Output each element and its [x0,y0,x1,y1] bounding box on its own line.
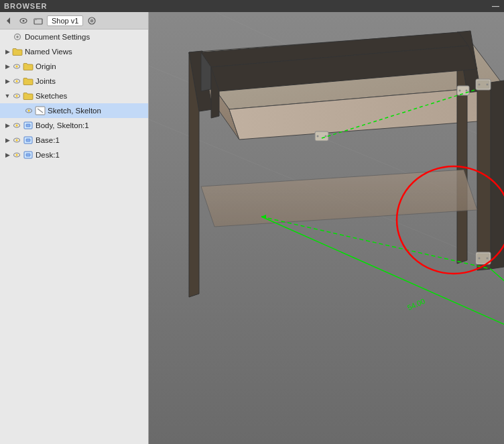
tree-item-label: Body, Skelton:1 [36,121,89,129]
svg-point-53 [459,90,461,92]
arrow-icon[interactable] [3,135,12,145]
close-icon[interactable]: — [492,2,500,10]
tree-item-base[interactable]: Base:1 [0,133,148,148]
tree-item-origin[interactable]: Origin [0,59,148,74]
tree-item-label: Origin [36,62,56,70]
svg-point-13 [16,95,18,97]
tree-item-desk[interactable]: Desk:1 [0,148,148,162]
visibility-toggle-icon[interactable] [12,76,21,86]
svg-point-51 [487,84,489,86]
viewport-3d[interactable]: 54.00 [149,12,504,444]
sketch-icon [35,106,46,115]
tree-item-sketch-skelton[interactable]: Sketch, Skelton [0,103,148,118]
folder-icon [12,47,23,56]
visibility-toggle-icon[interactable] [12,62,21,71]
svg-marker-42 [477,82,491,270]
arrow-icon[interactable] [3,76,12,86]
component-icon [23,135,34,145]
tree-item-sketches[interactable]: Sketches [0,89,148,103]
visibility-toggle-icon[interactable] [24,106,34,115]
arrow-icon[interactable] [3,62,12,71]
tree-item-label: Document Settings [25,33,90,41]
tree-item-label: Named Views [25,48,72,56]
svg-point-15 [28,110,30,112]
arrow-icon[interactable] [3,47,12,56]
folder-icon [23,62,34,71]
svg-point-23 [16,140,18,142]
svg-point-5 [90,19,94,22]
active-document-label[interactable]: Shop v1 [47,15,83,26]
svg-point-19 [16,125,18,127]
visibility-toggle-icon[interactable] [12,135,21,145]
folder-icon[interactable] [32,15,44,27]
svg-point-58 [487,258,489,260]
svg-point-7 [16,36,19,38]
browser-toolbar: Shop v1 [0,12,148,30]
svg-point-27 [16,154,18,156]
svg-point-57 [479,258,481,260]
gear-icon [12,32,23,42]
tree-item-label: Base:1 [36,136,60,144]
visibility-toggle-icon[interactable] [12,121,21,130]
record-icon[interactable] [86,15,98,27]
svg-point-50 [479,84,481,86]
sidebar-panel: Shop v1 Document SettingsNamed ViewsOrig… [0,12,149,444]
svg-point-54 [466,90,468,92]
arrow-icon[interactable] [3,32,12,42]
svg-rect-25 [26,139,30,142]
tree-item-label: Sketches [36,92,67,100]
tree-item-joints[interactable]: Joints [0,74,148,89]
tree-item-label: Desk:1 [36,151,60,159]
tree-item-label: Joints [36,77,56,85]
svg-rect-21 [26,124,30,127]
tree-item-named-views[interactable]: Named Views [0,44,148,59]
component-icon [23,150,34,160]
folder-icon [23,91,34,101]
tree-container: Document SettingsNamed ViewsOriginJoints… [0,30,148,162]
arrow-icon[interactable] [15,106,24,115]
svg-point-2 [23,19,25,21]
tree-item-label: Sketch, Skelton [48,107,101,115]
tree-item-body-skelton[interactable]: Body, Skelton:1 [0,118,148,133]
tree-item-document-settings[interactable]: Document Settings [0,30,148,44]
visibility-toggle-icon[interactable] [12,91,21,101]
browser-title: BROWSER [4,2,47,10]
visibility-icon[interactable] [17,15,29,27]
back-arrow-icon[interactable] [3,15,15,27]
svg-rect-29 [26,154,30,156]
component-icon [23,121,34,130]
svg-point-9 [16,66,18,68]
svg-marker-41 [491,80,504,269]
folder-icon [23,76,34,86]
svg-point-60 [317,135,319,137]
svg-marker-0 [7,17,10,24]
svg-point-11 [16,80,18,82]
arrow-icon[interactable] [3,91,12,101]
top-bar: BROWSER — [0,0,504,12]
svg-point-61 [325,135,327,137]
visibility-toggle-icon[interactable] [12,150,21,160]
arrow-icon[interactable] [3,150,12,160]
arrow-icon[interactable] [3,121,12,130]
